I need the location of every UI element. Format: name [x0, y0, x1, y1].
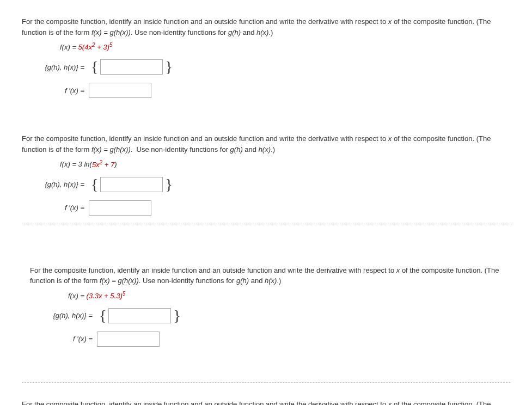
func-red: 5(4x2 + 3)5 — [78, 43, 113, 51]
open-brace: { — [89, 177, 100, 192]
section-divider — [22, 382, 510, 383]
deriv-label: f ′(x) = — [22, 87, 89, 95]
h-x: h(x) — [256, 28, 268, 36]
func-red: (3.3x + 5.3)5 — [87, 292, 126, 300]
func-red: 5x2 + 7 — [92, 161, 114, 169]
problem-prompt: For the composite function, identify an … — [22, 399, 510, 405]
deriv-label: f ′(x) = — [22, 204, 89, 212]
pair-input[interactable] — [100, 59, 163, 75]
g-h: g(h) — [228, 28, 241, 36]
h-x: h(x) — [259, 145, 271, 154]
prompt-text: .) — [277, 277, 281, 285]
deriv-input[interactable] — [89, 83, 151, 98]
form-eq: f(x) = g(h(x)) — [100, 277, 139, 285]
open-brace: { — [97, 308, 108, 323]
deriv-label: f ′(x) = — [30, 335, 97, 343]
func-prefix: f(x) = 3 ln( — [60, 161, 92, 169]
pair-label: {g(h), h(x)} = — [22, 180, 89, 188]
problem-prompt: For the composite function, identify an … — [30, 265, 510, 286]
form-eq: f(x) = g(h(x)) — [91, 145, 131, 154]
problem-4: For the composite function, identify an … — [22, 399, 510, 405]
prompt-text: . Use non-identity functions for — [131, 28, 228, 36]
function-display: f(x) = (3.3x + 5.3)5 — [68, 291, 510, 300]
pair-input[interactable] — [100, 177, 163, 192]
form-eq: f(x) = g(h(x)) — [91, 28, 131, 36]
problem-1: For the composite function, identify an … — [22, 16, 510, 117]
deriv-input[interactable] — [89, 200, 151, 216]
open-brace: { — [89, 59, 100, 75]
pair-label: {g(h), h(x)} = — [22, 63, 89, 71]
problem-3: For the composite function, identify an … — [22, 265, 510, 366]
deriv-row: f ′(x) = — [22, 83, 510, 98]
close-brace: } — [163, 177, 174, 192]
pair-row: {g(h), h(x)} = { } — [30, 308, 510, 323]
prompt-text: For the composite function, identify an … — [30, 266, 396, 274]
prompt-text: and — [249, 277, 265, 285]
prompt-text: For the composite function, identify an … — [22, 400, 388, 405]
prompt-text: For the composite function, identify an … — [22, 134, 388, 143]
close-brace: } — [163, 59, 174, 75]
prompt-text: .) — [268, 28, 273, 36]
divider — [22, 224, 510, 224]
prompt-text: .) — [271, 145, 275, 154]
prompt-text: For the composite function, identify an … — [22, 17, 388, 26]
deriv-row: f ′(x) = — [30, 332, 510, 347]
deriv-input[interactable] — [97, 332, 160, 347]
deriv-row: f ′(x) = — [22, 200, 510, 216]
problem-prompt: For the composite function, identify an … — [22, 133, 510, 155]
func-prefix: f(x) = — [60, 43, 78, 51]
h-x: h(x) — [265, 277, 277, 285]
prompt-text: . Use non-identity functions for — [139, 277, 236, 285]
close-brace: } — [171, 308, 182, 323]
problem-2: For the composite function, identify an … — [22, 133, 510, 248]
pair-label: {g(h), h(x)} = — [30, 311, 97, 320]
prompt-text: and — [241, 28, 256, 36]
function-display: f(x) = 5(4x2 + 3)5 — [60, 42, 510, 51]
g-h: g(h) — [230, 145, 243, 154]
pair-row: {g(h), h(x)} = { } — [22, 177, 510, 192]
func-suffix: ) — [114, 161, 117, 169]
pair-row: {g(h), h(x)} = { } — [22, 59, 510, 75]
problem-prompt: For the composite function, identify an … — [22, 16, 510, 38]
pair-input[interactable] — [108, 308, 171, 323]
prompt-text: and — [243, 145, 259, 154]
g-h: g(h) — [236, 277, 249, 285]
func-prefix: f(x) = — [68, 292, 87, 300]
function-display: f(x) = 3 ln(5x2 + 7) — [60, 159, 510, 168]
